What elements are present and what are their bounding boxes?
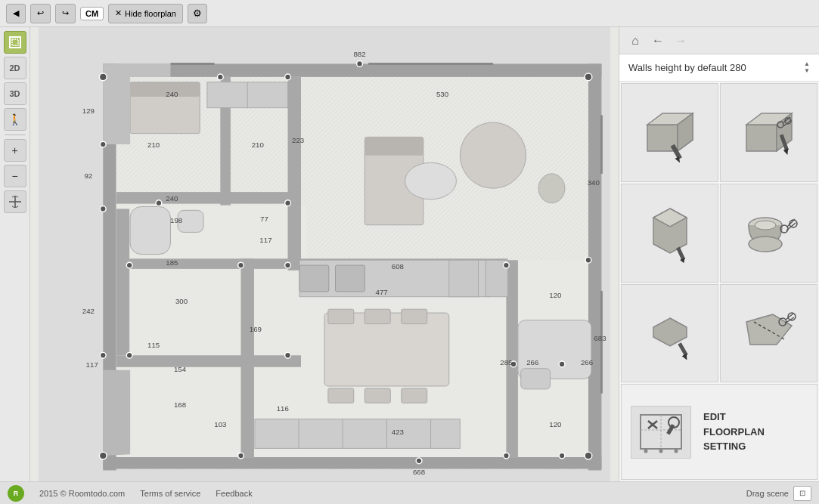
svg-rect-31 <box>130 82 200 97</box>
svg-rect-52 <box>402 388 427 403</box>
svg-point-71 <box>585 257 591 263</box>
svg-text:103: 103 <box>214 420 226 428</box>
walls-height-bar: Walls height by default 280 ▲ ▼ <box>619 54 819 82</box>
gear-icon: ⚙ <box>193 8 202 19</box>
walls-height-text: Walls height by default 280 <box>628 62 798 73</box>
svg-point-69 <box>100 206 106 212</box>
zoom-in-button[interactable]: + <box>4 139 26 162</box>
tool-divider <box>5 135 26 135</box>
svg-point-73 <box>285 74 291 80</box>
drag-icon: ⊡ <box>793 486 811 501</box>
svg-point-140 <box>749 237 782 252</box>
edit-floorplan-cell[interactable]: EDIT FLOORPLAN SETTING <box>621 384 817 480</box>
edit-floorplan-label: EDIT FLOORPLAN SETTING <box>703 410 765 454</box>
svg-point-162 <box>644 450 648 453</box>
svg-text:683: 683 <box>594 334 606 342</box>
svg-text:242: 242 <box>82 307 95 315</box>
svg-marker-148 <box>681 354 689 361</box>
undo-button[interactable]: ↩ <box>30 4 51 23</box>
select-tool[interactable] <box>4 31 26 54</box>
copyright-label: 2015 © Roomtodo.com <box>39 489 125 498</box>
svg-rect-17 <box>288 77 301 266</box>
svg-text:240: 240 <box>166 90 178 98</box>
room-edit-tool[interactable] <box>720 184 817 283</box>
svg-marker-146 <box>653 318 687 346</box>
svg-text:223: 223 <box>292 136 304 144</box>
svg-text:116: 116 <box>277 404 289 413</box>
canvas-area[interactable]: 882 668 129 92 242 683 240 530 210 210 2… <box>30 27 619 481</box>
redo-button[interactable]: ↪ <box>55 4 76 23</box>
svg-marker-130 <box>783 149 790 156</box>
svg-rect-59 <box>521 369 551 389</box>
svg-point-164 <box>675 450 678 453</box>
edit-floorplan-icon-box <box>631 406 691 459</box>
2d-view-button[interactable]: 2D <box>4 57 26 79</box>
drag-scene-area: Drag scene ⊡ <box>746 486 811 501</box>
svg-rect-42 <box>299 265 329 292</box>
wall-draw-tool[interactable] <box>621 83 718 182</box>
svg-text:340: 340 <box>588 178 600 187</box>
svg-text:240: 240 <box>166 194 178 203</box>
svg-rect-49 <box>402 309 427 323</box>
svg-rect-24 <box>129 258 298 269</box>
left-panel: 2D 3D 🚶 + − <box>0 27 30 481</box>
svg-rect-1 <box>12 39 18 45</box>
walls-height-spinner[interactable]: ▲ ▼ <box>804 61 810 74</box>
home-button[interactable]: ⌂ <box>625 31 645 51</box>
svg-rect-13 <box>588 63 601 470</box>
svg-rect-0 <box>10 37 20 48</box>
floor-draw-tool[interactable] <box>621 284 718 383</box>
svg-text:266: 266 <box>581 358 593 366</box>
settings-button[interactable]: ⚙ <box>188 4 207 23</box>
svg-rect-11 <box>103 456 601 468</box>
fit-view-button[interactable] <box>4 190 26 213</box>
main-area: 2D 3D 🚶 + − <box>0 27 819 481</box>
back-nav-button[interactable]: ← <box>648 31 668 51</box>
zoom-out-button[interactable]: − <box>4 165 26 187</box>
wall-edit-tool[interactable] <box>720 83 817 182</box>
right-header: ⌂ ← → <box>619 27 819 54</box>
walk-mode-button[interactable]: 🚶 <box>4 108 26 131</box>
svg-point-163 <box>659 450 663 453</box>
svg-point-76 <box>238 262 244 268</box>
svg-point-66 <box>357 61 363 67</box>
svg-point-86 <box>559 453 565 459</box>
forward-nav-button[interactable]: → <box>671 31 690 51</box>
svg-text:77: 77 <box>260 215 268 223</box>
svg-text:185: 185 <box>166 258 178 267</box>
svg-rect-48 <box>365 309 390 323</box>
hide-floorplan-label: Hide floorplan <box>125 9 176 18</box>
svg-point-82 <box>126 352 132 358</box>
svg-text:300: 300 <box>175 297 188 305</box>
svg-rect-161 <box>666 424 675 435</box>
svg-text:154: 154 <box>174 365 187 373</box>
svg-rect-18 <box>116 192 301 204</box>
svg-marker-126 <box>746 125 777 151</box>
3d-view-button[interactable]: 3D <box>4 82 26 105</box>
svg-point-37 <box>405 162 457 199</box>
hide-floorplan-button[interactable]: ✕ Hide floorplan <box>108 4 183 23</box>
svg-text:210: 210 <box>147 141 160 149</box>
svg-text:882: 882 <box>353 50 365 58</box>
back-button[interactable]: ◀ <box>6 4 26 23</box>
svg-point-141 <box>755 221 776 230</box>
terms-link[interactable]: Terms of service <box>140 489 200 498</box>
feedback-link[interactable]: Feedback <box>216 489 252 498</box>
svg-text:115: 115 <box>147 341 160 349</box>
svg-text:530: 530 <box>436 90 449 98</box>
svg-text:210: 210 <box>252 141 265 149</box>
svg-rect-50 <box>328 388 354 403</box>
svg-text:120: 120 <box>549 420 562 428</box>
svg-point-85 <box>559 361 565 367</box>
svg-point-70 <box>100 352 106 358</box>
svg-text:92: 92 <box>84 172 92 180</box>
room-create-tool[interactable] <box>621 184 718 283</box>
svg-rect-47 <box>328 309 354 323</box>
svg-point-81 <box>285 200 291 206</box>
floorplan-svg: 882 668 129 92 242 683 240 530 210 210 2… <box>30 27 619 481</box>
floor-cut-tool[interactable] <box>720 284 817 383</box>
svg-rect-10 <box>103 63 601 76</box>
svg-point-74 <box>285 262 291 268</box>
svg-rect-21 <box>116 355 301 367</box>
svg-point-80 <box>156 200 162 206</box>
